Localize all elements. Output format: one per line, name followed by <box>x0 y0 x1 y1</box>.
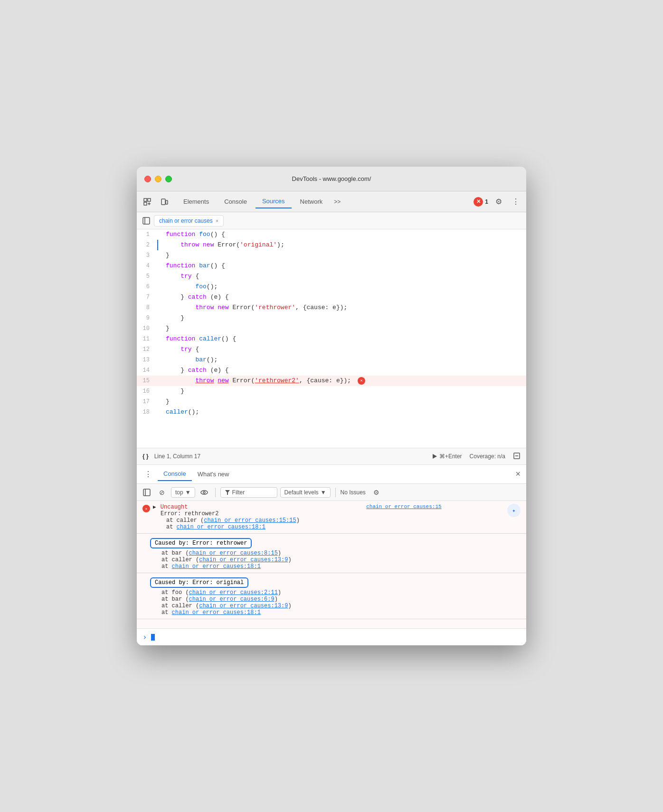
code-line-18: 18 caller(); <box>137 407 526 417</box>
no-issues-label: No Issues <box>341 489 366 496</box>
cursor-position: Line 1, Column 17 <box>154 453 200 460</box>
link-18-1-b[interactable]: chain or error causes:18:1 <box>172 563 261 570</box>
titlebar: DevTools - www.google.com/ <box>137 167 526 191</box>
tab-network[interactable]: Network <box>294 195 330 208</box>
code-line-5: 5 try { <box>137 271 526 282</box>
file-tab[interactable]: chain or error causes × <box>154 215 224 227</box>
code-line-7: 7 } catch (e) { <box>137 292 526 302</box>
minimize-button[interactable] <box>155 176 161 182</box>
run-button[interactable]: ⌘+Enter <box>432 453 462 460</box>
line-number-18: 18 <box>137 407 158 417</box>
line-content-12: try { <box>158 344 199 355</box>
inspector-icon[interactable] <box>141 195 154 208</box>
code-line-8: 8 throw new Error('rethrower', {cause: e… <box>137 302 526 313</box>
sidebar-toggle-console-icon[interactable] <box>141 486 153 499</box>
caused-by-label-2: Caused by: Error: original <box>150 577 248 588</box>
expand-toggle[interactable]: ▶ <box>153 504 156 510</box>
link-8-15[interactable]: chain or error causes:8:15 <box>189 550 278 557</box>
format-indicator[interactable]: { } <box>142 453 149 460</box>
line-content-17: } <box>158 397 170 407</box>
top-tabs-right: ✕ 1 ⚙ ⋮ <box>474 195 522 208</box>
window-title: DevTools - www.google.com/ <box>292 175 371 182</box>
line-number-15: 15 <box>137 376 158 386</box>
ai-assist-button[interactable]: ✦ <box>507 504 521 517</box>
cause1-stack-1: at bar (chain or error causes:8:15) <box>150 550 521 557</box>
top-context-dropdown[interactable]: top ▼ <box>171 487 195 498</box>
source-link-top[interactable]: chain or error causes:15 <box>366 504 441 510</box>
link-6-9[interactable]: chain or error causes:6:9 <box>189 596 275 603</box>
settings-icon[interactable]: ⚙ <box>492 195 505 208</box>
code-line-2: 2 throw new Error('original'); <box>137 240 526 250</box>
svg-marker-7 <box>433 454 437 459</box>
link-18-1-c[interactable]: chain or error causes:18:1 <box>172 609 261 616</box>
svg-rect-3 <box>161 199 165 205</box>
file-tab-close[interactable]: × <box>216 218 218 224</box>
cause1-stack-2: at caller (chain or error causes:13:9) <box>150 557 521 563</box>
line-content-6: foo(); <box>158 282 218 292</box>
eye-icon[interactable] <box>198 486 210 499</box>
sidebar-toggle-icon[interactable] <box>141 215 152 227</box>
close-button[interactable] <box>144 176 151 182</box>
error-indicator[interactable]: ✕ 1 <box>474 197 488 207</box>
console-cursor <box>151 634 155 641</box>
tab-console-main[interactable]: Console <box>158 467 192 481</box>
svg-rect-0 <box>144 198 147 201</box>
svg-rect-2 <box>144 202 147 205</box>
line-number-1: 1 <box>137 229 158 240</box>
line-content-5: try { <box>158 271 199 282</box>
code-line-4: 4 function bar() { <box>137 261 526 271</box>
tab-console[interactable]: Console <box>218 195 254 208</box>
svg-point-13 <box>203 491 205 493</box>
console-close-button[interactable]: × <box>515 469 521 479</box>
line-content-13: bar(); <box>158 355 218 365</box>
entry-main: ▶ Uncaught Error: rethrower2 at caller (… <box>142 504 300 530</box>
stack-line-2: at chain or error causes:18:1 <box>153 524 300 530</box>
link-13-9-b[interactable]: chain or error causes:13:9 <box>199 603 288 609</box>
filter-label: Filter <box>232 489 245 496</box>
tab-whats-new[interactable]: What's new <box>192 468 235 481</box>
tab-sources[interactable]: Sources <box>256 195 292 208</box>
caused-by-original: Caused by: Error: original <box>150 576 521 589</box>
line-content-8: throw new Error('rethrower', {cause: e})… <box>158 302 347 313</box>
caused-by-rethrower: Caused by: Error: rethrower <box>150 537 521 550</box>
line-content-16: } <box>158 386 184 397</box>
devtools-window: DevTools - www.google.com/ <box>137 167 526 645</box>
error-badge: ✕ <box>474 197 483 207</box>
line-number-3: 3 <box>137 250 158 261</box>
link-18-1-a[interactable]: chain or error causes:18:1 <box>177 524 265 530</box>
more-options-icon[interactable]: ⋮ <box>509 195 522 208</box>
console-entry-error: ▶ Uncaught Error: rethrower2 at caller (… <box>137 501 526 534</box>
line-number-13: 13 <box>137 355 158 365</box>
maximize-button[interactable] <box>165 176 172 182</box>
line-content-4: function bar() { <box>158 261 225 271</box>
line-content-10: } <box>158 323 170 334</box>
uncaught-label: Uncaught <box>161 504 188 510</box>
line-content-2: throw new Error('original'); <box>158 240 284 250</box>
clear-console-icon[interactable]: ⊘ <box>156 486 168 499</box>
dropdown-arrow-icon: ▼ <box>185 489 191 496</box>
filter-input[interactable]: Filter <box>220 487 277 498</box>
settings-console-icon[interactable]: ⚙ <box>370 486 383 499</box>
more-tabs-button[interactable]: >> <box>331 197 343 207</box>
code-editor[interactable]: 1 function foo() { 2 throw new Error('or… <box>137 229 526 448</box>
console-menu-button[interactable]: ⋮ <box>142 469 154 480</box>
coverage-icon[interactable] <box>513 452 521 461</box>
line-content-9: } <box>158 313 184 323</box>
status-bar-right: ⌘+Enter Coverage: n/a <box>432 452 521 461</box>
code-line-1: 1 function foo() { <box>137 229 526 240</box>
code-line-9: 9 } <box>137 313 526 323</box>
device-toolbar-icon[interactable] <box>158 195 171 208</box>
code-line-6: 6 foo(); <box>137 282 526 292</box>
link-15-15[interactable]: chain or error causes:15:15 <box>204 517 296 524</box>
levels-arrow-icon: ▼ <box>321 489 326 496</box>
svg-rect-1 <box>148 198 151 201</box>
top-tabs-bar: Elements Console Sources Network >> ✕ 1 … <box>137 191 526 212</box>
line-number-17: 17 <box>137 397 158 407</box>
line-number-14: 14 <box>137 365 158 376</box>
link-2-11[interactable]: chain or error causes:2:11 <box>189 589 278 596</box>
console-entry-cause-1: Caused by: Error: rethrower at bar (chai… <box>137 534 526 573</box>
levels-dropdown[interactable]: Default levels ▼ <box>280 487 331 498</box>
svg-marker-14 <box>225 490 230 495</box>
link-13-9-a[interactable]: chain or error causes:13:9 <box>199 557 288 563</box>
tab-elements[interactable]: Elements <box>177 195 216 208</box>
